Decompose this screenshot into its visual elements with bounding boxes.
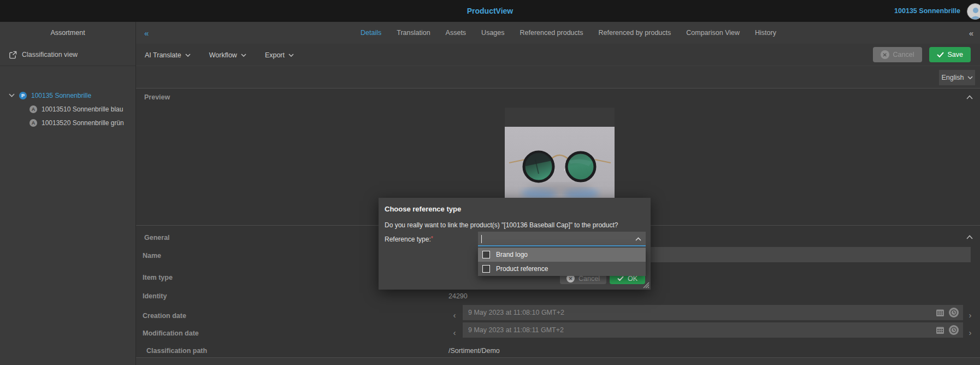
creation-date-input[interactable]: 9 May 2023 at 11:08:10 GMT+2 — [463, 305, 963, 320]
dialog-title: Choose reference type — [385, 205, 461, 213]
tree-item-label: 100135 Sonnenbrille — [31, 92, 91, 99]
action-buttons: ✕ Cancel Save — [873, 47, 971, 62]
export-label: Export — [265, 51, 285, 59]
reference-type-options: Brand logo Product reference — [478, 248, 646, 276]
product-badge: P — [19, 92, 27, 99]
dialog-resize-handle[interactable] — [641, 280, 650, 289]
chevron-down-icon[interactable] — [9, 93, 15, 97]
classification-view-label: Classification view — [22, 51, 78, 58]
collapse-panel-right-icon[interactable]: « — [969, 22, 973, 44]
export-menu[interactable]: Export — [265, 51, 294, 59]
save-label: Save — [948, 51, 964, 58]
checkbox-icon[interactable] — [482, 251, 490, 258]
tab-details[interactable]: Details — [361, 29, 381, 37]
creation-date-value: 9 May 2023 at 11:08:10 GMT+2 — [468, 309, 564, 316]
sidebar-header: Assortment — [0, 22, 136, 44]
article-badge: A — [29, 105, 37, 113]
option-label: Product reference — [496, 265, 548, 273]
language-selector[interactable]: English — [939, 70, 975, 85]
next-section-strip — [136, 358, 980, 365]
current-product-link[interactable]: 100135 Sonnenbrille — [894, 0, 960, 22]
tree-item-label: 10013510 Sonnenbrille blau — [42, 105, 123, 113]
choose-reference-type-dialog: Choose reference type Do you really want… — [379, 198, 651, 290]
chevron-down-icon — [967, 76, 973, 79]
cancel-x-icon: ✕ — [881, 50, 889, 59]
product-tree: P 100135 Sonnenbrille A 10013510 Sonnenb… — [0, 89, 136, 129]
option-product-reference[interactable]: Product reference — [478, 262, 646, 276]
tree-item-product[interactable]: P 100135 Sonnenbrille — [0, 89, 136, 102]
checkbox-icon[interactable] — [482, 265, 490, 273]
check-icon — [937, 52, 944, 57]
reference-type-label-text: Reference type: — [385, 236, 431, 243]
workflow-label: Workflow — [209, 51, 237, 59]
collapse-panel-left-icon[interactable]: « — [144, 22, 149, 44]
tree-item-variant-gruen[interactable]: A 10013520 Sonnenbrille grün — [0, 116, 136, 129]
top-bar: ProductView 100135 Sonnenbrille — [0, 0, 980, 22]
reference-type-label: Reference type:* — [385, 236, 433, 243]
chevron-up-icon[interactable] — [635, 237, 641, 241]
tab-referenced-by-products[interactable]: Referenced by products — [599, 29, 671, 37]
ai-translate-menu[interactable]: AI Translate — [145, 51, 191, 59]
prev-date-chevron-icon[interactable]: ‹ — [451, 310, 458, 320]
chevron-down-icon — [241, 54, 246, 57]
app-title: ProductView — [0, 0, 980, 22]
chevron-down-icon — [288, 54, 294, 57]
sidebar-item-classification-view[interactable]: Classification view — [0, 44, 136, 66]
clock-icon[interactable] — [949, 308, 959, 317]
assortment-sidebar: P 100135 Sonnenbrille A 10013510 Sonnenb… — [0, 66, 136, 365]
tab-referenced-products[interactable]: Referenced products — [520, 29, 583, 37]
cancel-label: Cancel — [893, 51, 914, 58]
identity-field-label: Identity — [143, 292, 167, 300]
collapse-preview-icon[interactable] — [966, 95, 973, 99]
classification-view-icon — [9, 51, 17, 59]
dialog-message: Do you really want to link the product(s… — [385, 221, 618, 229]
reference-type-combobox[interactable] — [478, 232, 646, 246]
language-row — [136, 66, 980, 89]
tab-history[interactable]: History — [755, 29, 776, 37]
text-cursor — [481, 235, 482, 243]
clock-icon[interactable] — [949, 325, 959, 335]
cancel-button[interactable]: ✕ Cancel — [873, 47, 922, 62]
toolbar-menus: AI Translate Workflow Export — [145, 44, 294, 66]
calendar-icon[interactable] — [936, 308, 944, 317]
general-section-header: General — [144, 234, 170, 242]
required-marker: * — [431, 236, 433, 242]
collapse-general-icon[interactable] — [966, 235, 973, 239]
check-icon — [617, 276, 624, 281]
tree-item-label: 10013520 Sonnenbrille grün — [42, 119, 124, 127]
tab-translation[interactable]: Translation — [397, 29, 430, 37]
user-avatar[interactable] — [967, 3, 980, 20]
name-field-label: Name — [143, 252, 161, 260]
option-brand-logo[interactable]: Brand logo — [478, 248, 646, 262]
next-date-chevron-icon[interactable]: › — [967, 328, 973, 337]
tab-comparison-view[interactable]: Comparison View — [686, 29, 740, 37]
option-label: Brand logo — [496, 251, 528, 258]
calendar-icon[interactable] — [936, 326, 944, 334]
modification-date-value: 9 May 2023 at 11:08:11 GMT+2 — [468, 326, 564, 334]
workflow-menu[interactable]: Workflow — [209, 51, 246, 59]
next-date-chevron-icon[interactable]: › — [967, 310, 973, 320]
modification-date-field-label: Modification date — [143, 329, 199, 337]
language-label: English — [942, 74, 964, 81]
classification-path-field-label: Classification path — [146, 347, 207, 355]
user-icon — [967, 4, 980, 20]
save-button[interactable]: Save — [929, 47, 971, 62]
modification-date-input[interactable]: 9 May 2023 at 11:08:11 GMT+2 — [463, 322, 963, 338]
creation-date-field-label: Creation date — [143, 312, 186, 320]
classification-path-value: /Sortiment/Demo — [448, 347, 500, 355]
prev-date-chevron-icon[interactable]: ‹ — [451, 328, 458, 337]
preview-section-header: Preview — [144, 93, 170, 101]
item-type-field-label: Item type — [143, 274, 173, 281]
tab-assets[interactable]: Assets — [446, 29, 467, 37]
tree-item-variant-blau[interactable]: A 10013510 Sonnenbrille blau — [0, 102, 136, 116]
detail-tabs: Details Translation Assets Usages Refere… — [361, 22, 776, 44]
tab-usages[interactable]: Usages — [481, 29, 504, 37]
ai-translate-label: AI Translate — [145, 51, 181, 59]
identity-value: 24290 — [448, 292, 468, 300]
chevron-down-icon — [185, 54, 191, 57]
article-badge: A — [29, 119, 37, 127]
